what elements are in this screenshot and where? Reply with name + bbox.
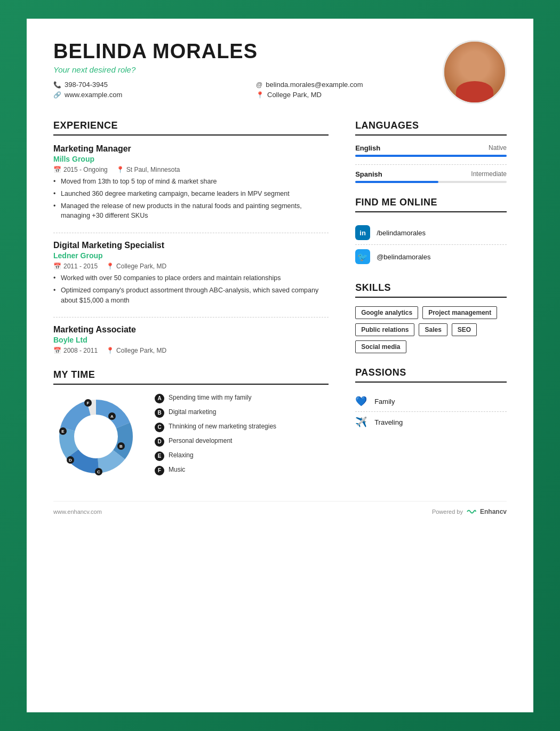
email-contact: @ belinda.morales@example.com	[256, 81, 443, 89]
legend-badge-b: B	[155, 408, 164, 418]
job-2: Digital Marketing Specialist Ledner Grou…	[53, 241, 329, 305]
calendar-icon: 📅	[53, 347, 61, 354]
svg-text:F: F	[87, 401, 90, 406]
bullet-item: Launched 360 degree marketing campaign, …	[53, 189, 329, 199]
bullet-item: Managed the release of new products in t…	[53, 201, 329, 221]
location-icon: 📍	[256, 91, 264, 99]
svg-text:D: D	[69, 458, 72, 463]
tagline: Your next desired role?	[53, 65, 443, 74]
legend-item-b: B Digital marketing	[155, 408, 329, 418]
job-2-bullets: Worked with over 50 companies to place o…	[53, 273, 329, 305]
mytime-section: MY TIME	[53, 369, 329, 480]
experience-title: EXPERIENCE	[53, 120, 329, 136]
job-1-company: Mills Group	[53, 155, 329, 163]
job-3-meta: 📅 2008 - 2011 📍 College Park, MD	[53, 347, 329, 354]
job-2-company: Ledner Group	[53, 251, 329, 260]
skill-social-media: Social media	[355, 340, 406, 353]
job-3: Marketing Associate Boyle Ltd 📅 2008 - 2…	[53, 325, 329, 354]
passion-traveling-label: Traveling	[374, 418, 403, 426]
skills-grid: Google analytics Project management Publ…	[355, 306, 507, 353]
svg-text:A: A	[110, 414, 114, 419]
mytime-title: MY TIME	[53, 369, 329, 385]
svg-text:B: B	[119, 444, 123, 449]
skill-project-management: Project management	[422, 306, 497, 319]
footer: www.enhancv.com Powered by Enhancv	[53, 501, 507, 515]
twitter-item[interactable]: 🐦 @belindamorales	[355, 245, 507, 268]
language-spanish-name: Spanish	[355, 170, 382, 178]
job-1-title: Marketing Manager	[53, 144, 329, 154]
donut-chart: A B C D E F A B C D	[53, 394, 139, 479]
job-divider	[53, 233, 329, 233]
left-column: EXPERIENCE Marketing Manager Mills Group…	[53, 120, 329, 480]
brand-name: Enhancv	[480, 508, 507, 515]
languages-title: LANGUAGES	[355, 120, 507, 136]
avatar-image	[444, 42, 505, 102]
full-name: BELINDA MORALES	[53, 40, 443, 63]
footer-website: www.enhancv.com	[53, 508, 102, 515]
language-spanish-level: Intermediate	[471, 170, 507, 178]
legend-item-e: E Relaxing	[155, 451, 329, 461]
email-icon: @	[256, 81, 262, 89]
header: BELINDA MORALES Your next desired role? …	[53, 40, 507, 104]
twitter-icon: 🐦	[355, 249, 370, 264]
language-divider	[355, 164, 507, 165]
job-3-company: Boyle Ltd	[53, 336, 329, 344]
passion-traveling: ✈️ Traveling	[355, 412, 507, 432]
skills-section: SKILLS Google analytics Project manageme…	[355, 282, 507, 353]
website-url: www.example.com	[65, 91, 122, 99]
job-1: Marketing Manager Mills Group 📅 2015 - O…	[53, 144, 329, 221]
language-spanish-header: Spanish Intermediate	[355, 170, 507, 178]
right-column: LANGUAGES English Native Spanish Interme…	[355, 120, 507, 480]
resume-page: BELINDA MORALES Your next desired role? …	[27, 19, 533, 712]
family-icon: 💙	[355, 395, 367, 407]
job-2-meta: 📅 2011 - 2015 📍 College Park, MD	[53, 263, 329, 270]
job-3-location: 📍 College Park, MD	[106, 347, 166, 354]
linkedin-item[interactable]: in /belindamorales	[355, 221, 507, 245]
legend-item-f: F Music	[155, 465, 329, 475]
language-spanish-bar	[355, 181, 507, 183]
language-spanish-fill	[355, 181, 438, 183]
svg-text:C: C	[97, 470, 100, 474]
job-1-meta: 📅 2015 - Ongoing 📍 St Paul, Minnesota	[53, 166, 329, 173]
job-2-title: Digital Marketing Specialist	[53, 241, 329, 250]
legend-badge-c: C	[155, 423, 164, 432]
linkedin-handle: /belindamorales	[377, 229, 426, 237]
skill-seo: SEO	[452, 323, 477, 336]
job-3-dates: 📅 2008 - 2011	[53, 347, 98, 354]
language-english-level: Native	[489, 144, 507, 152]
avatar	[443, 40, 507, 104]
website-icon: 🔗	[53, 91, 61, 99]
phone-number: 398-704-3945	[65, 81, 108, 89]
passion-family: 💙 Family	[355, 391, 507, 412]
enhancv-logo-icon	[466, 508, 477, 515]
pin-icon: 📍	[106, 263, 114, 270]
job-divider	[53, 317, 329, 317]
travel-icon: ✈️	[355, 416, 367, 428]
linkedin-icon: in	[355, 225, 370, 240]
phone-contact: 📞 398-704-3945	[53, 81, 240, 89]
language-english-name: English	[355, 144, 380, 152]
languages-section: LANGUAGES English Native Spanish Interme…	[355, 120, 507, 183]
passion-family-label: Family	[374, 398, 395, 406]
pin-icon: 📍	[106, 347, 114, 354]
legend-badge-f: F	[155, 466, 164, 475]
skills-title: SKILLS	[355, 282, 507, 298]
job-1-location: 📍 St Paul, Minnesota	[116, 166, 180, 173]
twitter-handle: @belindamorales	[377, 253, 430, 261]
legend-item-a: A Spending time with my family	[155, 393, 329, 403]
passions-section: PASSIONS 💙 Family ✈️ Traveling	[355, 367, 507, 432]
svg-point-7	[75, 415, 117, 458]
header-left: BELINDA MORALES Your next desired role? …	[53, 40, 443, 99]
website-contact: 🔗 www.example.com	[53, 91, 240, 99]
email-address: belinda.morales@example.com	[266, 81, 363, 89]
job-3-title: Marketing Associate	[53, 325, 329, 335]
skill-google-analytics: Google analytics	[355, 306, 418, 319]
contact-grid: 📞 398-704-3945 @ belinda.morales@example…	[53, 81, 443, 99]
language-english-bar	[355, 155, 507, 157]
job-2-location: 📍 College Park, MD	[106, 263, 166, 270]
svg-text:E: E	[61, 429, 65, 434]
main-content: EXPERIENCE Marketing Manager Mills Group…	[53, 120, 507, 480]
bullet-item: Optimized company's product assortment t…	[53, 285, 329, 306]
legend-badge-d: D	[155, 437, 164, 447]
legend-badge-a: A	[155, 394, 164, 403]
